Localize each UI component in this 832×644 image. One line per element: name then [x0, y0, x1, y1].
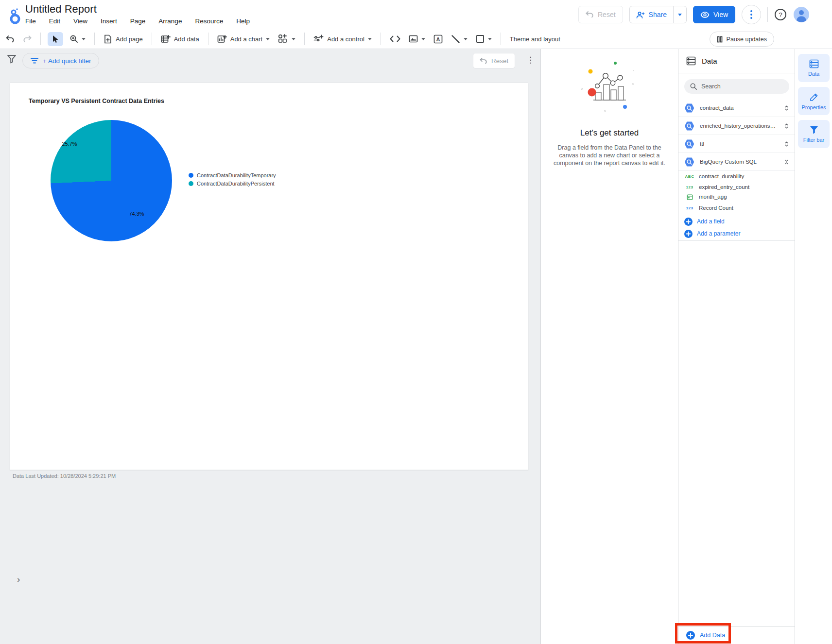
metric-field-type-icon: 123 [683, 206, 696, 210]
search-icon [690, 83, 697, 90]
canvas-reset-button[interactable]: Reset [473, 53, 515, 68]
search-placeholder: Search [701, 83, 721, 90]
tab-filter-bar[interactable]: Filter bar [798, 120, 830, 148]
image-icon [409, 35, 418, 43]
filter-funnel-icon[interactable] [7, 54, 17, 64]
unfold-more-icon[interactable] [783, 140, 790, 148]
legend-item-temporary[interactable]: ContractDataDurabilityTemporary [189, 172, 276, 178]
more-options-button[interactable] [742, 5, 761, 24]
add-parameter-button[interactable]: Add a parameter [678, 228, 795, 239]
line-tool-icon [451, 34, 460, 44]
avatar[interactable] [793, 6, 810, 23]
tab-data[interactable]: Data [798, 54, 830, 82]
datasource-contract-data[interactable]: contract_data [678, 99, 795, 117]
add-chart-icon [217, 34, 227, 44]
header-actions: Reset Share [578, 5, 810, 24]
data-search-box[interactable]: Search [684, 79, 789, 94]
redo-icon [23, 35, 32, 43]
insert-image-button[interactable] [407, 33, 427, 45]
field-record-count[interactable]: 123 Record Count [678, 203, 795, 213]
add-control-button[interactable]: Add a control [312, 32, 374, 46]
menu-arrange[interactable]: Arrange [158, 17, 182, 25]
reset-button[interactable]: Reset [578, 6, 623, 23]
datasource-enriched-history[interactable]: enriched_history_operations_sorob... [678, 117, 795, 135]
share-options-caret[interactable] [673, 6, 686, 23]
insert-shape-button[interactable] [474, 32, 494, 46]
add-chart-button[interactable]: Add a chart [215, 32, 272, 46]
field-contract-durability[interactable]: ABC contract_durability [678, 171, 795, 182]
getting-started-panel: Let's get started Drag a field from the … [541, 49, 678, 644]
undo-button[interactable] [4, 33, 17, 45]
insert-line-button[interactable] [449, 32, 469, 46]
datasource-ttl[interactable]: ttl [678, 135, 795, 153]
pie-chart[interactable] [51, 120, 172, 241]
shape-rectangle-icon [476, 34, 485, 43]
bigquery-icon [684, 103, 694, 113]
data-panel: Data Search contract_data enriched_ [678, 49, 795, 644]
pause-updates-button[interactable]: Pause updates [710, 32, 774, 47]
add-data-footer-button[interactable]: Add Data [686, 631, 725, 640]
plus-circle-icon [684, 230, 693, 238]
filter-lines-icon [31, 58, 38, 64]
pie-slice-label-persistent: 25.7% [62, 141, 77, 147]
share-button[interactable]: Share [630, 6, 673, 23]
menu-page[interactable]: Page [130, 17, 146, 25]
embed-code-button[interactable] [388, 33, 402, 45]
unfold-more-icon[interactable] [783, 122, 790, 130]
theme-and-layout-button[interactable]: Theme and layout [508, 33, 562, 45]
field-expired-entry-count[interactable]: 123 expired_entry_count [678, 182, 795, 192]
bigquery-icon [684, 139, 694, 149]
legend-dot-temporary [189, 173, 193, 178]
pie-slice-label-temporary: 74.3% [129, 211, 144, 217]
share-button-group: Share [629, 6, 687, 23]
report-page[interactable]: Temporary VS Persistent Contract Data En… [10, 83, 528, 470]
add-control-icon [313, 34, 324, 43]
header-divider [767, 7, 768, 22]
pie-chart-legend: ContractDataDurabilityTemporary Contract… [189, 172, 276, 186]
report-title[interactable]: Untitled Report [25, 3, 97, 16]
magnifier-icon [69, 34, 78, 43]
svg-text:?: ? [779, 11, 782, 18]
looker-studio-logo [8, 6, 21, 24]
add-data-button[interactable]: Add data [159, 32, 201, 46]
unfold-less-icon[interactable] [783, 158, 790, 166]
pause-icon [717, 36, 723, 43]
chevron-down-icon [678, 14, 682, 16]
menu-resource[interactable]: Resource [195, 17, 223, 25]
getting-started-illustration [571, 49, 649, 117]
menu-help[interactable]: Help [236, 17, 250, 25]
report-canvas-region: + Add quick filter Reset ⋮ Temporary VS … [0, 49, 541, 644]
funnel-icon [809, 125, 819, 135]
menu-view[interactable]: View [73, 17, 87, 25]
add-page-button[interactable]: Add page [102, 32, 145, 46]
svg-text:A: A [436, 36, 440, 42]
insert-text-button[interactable]: A [432, 32, 445, 46]
view-button[interactable]: View [693, 6, 735, 23]
code-icon [390, 35, 400, 42]
menu-bar: File Edit View Insert Page Arrange Resou… [25, 17, 250, 25]
undo-arrow-icon [480, 58, 487, 64]
pie-chart-title: Temporary VS Persistent Contract Data En… [29, 98, 164, 104]
menu-file[interactable]: File [25, 17, 36, 25]
menu-edit[interactable]: Edit [49, 17, 60, 25]
community-visualizations-button[interactable] [276, 32, 297, 46]
chevron-down-icon [368, 38, 372, 40]
redo-button[interactable] [21, 33, 34, 45]
add-field-button[interactable]: Add a field [678, 216, 795, 227]
tab-properties[interactable]: Properties [798, 87, 830, 115]
canvas-more-options[interactable]: ⋮ [526, 54, 535, 67]
plus-circle-icon [684, 218, 693, 226]
text-field-type-icon: ABC [683, 174, 696, 179]
collapse-panel-chevron[interactable]: › [17, 574, 20, 585]
datasource-bigquery-custom-sql[interactable]: BigQuery Custom SQL [678, 153, 795, 171]
legend-item-persistent[interactable]: ContractDataDurabilityPersistent [189, 181, 276, 186]
field-month-agg[interactable]: month_agg [678, 191, 795, 202]
unfold-more-icon[interactable] [783, 104, 790, 112]
menu-insert[interactable]: Insert [101, 17, 117, 25]
help-button[interactable]: ? [774, 8, 787, 21]
select-tool-button[interactable] [48, 32, 63, 46]
zoom-tool-button[interactable] [68, 32, 87, 46]
chevron-down-icon [292, 38, 295, 40]
chevron-down-icon [82, 38, 86, 40]
add-quick-filter-button[interactable]: + Add quick filter [22, 53, 99, 68]
